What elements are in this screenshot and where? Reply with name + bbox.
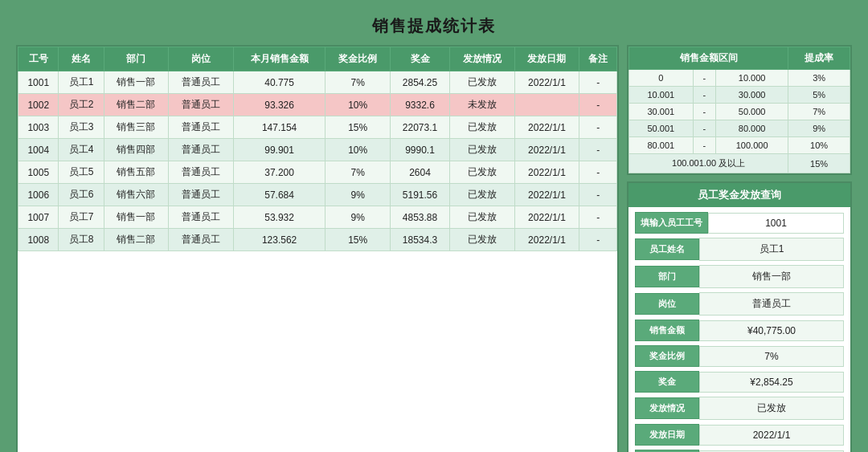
commission-row: 80.001-100.00010% [629,137,850,154]
query-label: 销售金额 [635,320,699,341]
query-value: 7% [699,346,844,367]
right-section: 销售金额区间 提成率 0-10.0003%10.001-30.0005%30.0… [627,45,852,452]
col-sales: 本月销售金额 [233,47,326,71]
table-cell: - [579,116,617,139]
query-row: 发放日期2022/1/1 [635,424,844,446]
table-cell: - [579,206,617,229]
table-cell: 1002 [18,94,59,116]
table-cell: 1007 [18,206,59,229]
commission-range-header: 销售金额区间 [629,47,788,70]
table-cell: 2022/1/1 [514,139,579,161]
commission-cell: 100.001.00 及以上 [629,154,788,173]
table-cell: 1005 [18,161,59,184]
table-cell: 已发放 [450,139,515,161]
table-cell: - [579,229,617,251]
query-row: 销售金额¥40,775.00 [635,320,844,341]
table-row: 1007员工7销售一部普通员工53.9329%4853.88已发放2022/1/… [18,206,617,229]
table-cell: - [579,139,617,161]
commission-row: 30.001-50.0007% [629,104,850,120]
query-label: 员工姓名 [635,238,699,260]
commission-cell-dash: - [693,70,715,87]
commission-row: 50.001-80.0009% [629,120,850,137]
table-row: 1008员工8销售二部普通员工123.56215%18534.3已发放2022/… [18,229,617,251]
table-cell: 普通员工 [169,94,234,116]
commission-cell-min: 80.001 [629,137,694,154]
commission-row: 100.001.00 及以上15% [629,154,850,173]
table-cell: 普通员工 [169,229,234,251]
col-status: 发放情况 [450,47,515,71]
table-cell: 9% [326,184,391,206]
commission-cell-max: 100.000 [716,137,788,154]
table-cell: 5191.56 [390,184,449,206]
commission-header-row: 销售金额区间 提成率 [629,47,850,70]
table-cell: 销售三部 [104,116,169,139]
table-cell: 普通员工 [169,184,234,206]
commission-table-container: 销售金额区间 提成率 0-10.0003%10.001-30.0005%30.0… [627,45,852,175]
table-cell: 10% [326,94,391,116]
table-cell: 已发放 [450,71,515,94]
query-value: ¥40,775.00 [699,320,844,341]
main-content: 工号 姓名 部门 岗位 本月销售金额 奖金比例 奖金 发放情况 发放日期 备注 … [16,45,852,452]
table-cell: 7% [326,71,391,94]
commission-table: 销售金额区间 提成率 0-10.0003%10.001-30.0005%30.0… [628,47,850,173]
query-body: 填输入员工工号1001员工姓名员工1部门销售一部岗位普通员工销售金额¥40,77… [628,207,850,452]
query-section: 员工奖金发放查询 填输入员工工号1001员工姓名员工1部门销售一部岗位普通员工销… [627,181,852,452]
table-cell: 已发放 [450,184,515,206]
table-cell: 57.684 [233,184,326,206]
table-cell: 2022/1/1 [514,116,579,139]
table-cell: 普通员工 [169,116,234,139]
query-value: ¥2,854.25 [699,372,844,393]
table-row: 1001员工1销售一部普通员工40.7757%2854.25已发放2022/1/… [18,71,617,94]
query-row: 奖金¥2,854.25 [635,371,844,393]
table-cell: 员工4 [59,139,104,161]
commission-cell-max: 80.000 [716,120,788,137]
col-note: 备注 [579,47,617,71]
table-cell: 1004 [18,139,59,161]
query-value: 员工1 [699,238,844,261]
table-body: 1001员工1销售一部普通员工40.7757%2854.25已发放2022/1/… [18,71,617,251]
table-cell: 销售一部 [104,71,169,94]
query-label: 填输入员工工号 [635,212,708,234]
query-value: 已发放 [699,397,844,420]
col-ratio: 奖金比例 [326,47,391,71]
query-value[interactable]: 1001 [708,213,844,234]
table-cell: 销售五部 [104,161,169,184]
table-cell: 销售二部 [104,94,169,116]
table-row: 1003员工3销售三部普通员工147.15415%22073.1已发放2022/… [18,116,617,139]
table-cell: 员工1 [59,71,104,94]
table-cell: 员工2 [59,94,104,116]
table-cell: 9332.6 [390,94,449,116]
query-value: 2022/1/1 [699,425,844,446]
commission-cell-max: 10.000 [716,70,788,87]
table-cell: 2022/1/1 [514,206,579,229]
query-row: 发放情况已发放 [635,397,844,420]
commission-cell-rate: 5% [788,87,850,104]
outer-container: 销售提成统计表 工号 姓名 部门 岗位 本月销售金额 奖金比例 奖金 发放情况 … [8,7,860,445]
table-cell: 已发放 [450,229,515,251]
table-cell: - [579,94,617,116]
table-cell: 53.932 [233,206,326,229]
col-bonus: 奖金 [390,47,449,71]
col-dept: 部门 [104,47,169,71]
table-cell: 1001 [18,71,59,94]
table-cell: 员工8 [59,229,104,251]
table-header-row: 工号 姓名 部门 岗位 本月销售金额 奖金比例 奖金 发放情况 发放日期 备注 [18,47,617,71]
commission-body: 0-10.0003%10.001-30.0005%30.001-50.0007%… [629,70,850,173]
commission-cell-rate: 15% [788,154,850,173]
table-row: 1004员工4销售四部普通员工99.90110%9990.1已发放2022/1/… [18,139,617,161]
table-cell: 15% [326,229,391,251]
col-pos: 岗位 [169,47,234,71]
table-cell: 22073.1 [390,116,449,139]
table-cell: 99.901 [233,139,326,161]
table-cell: 销售四部 [104,139,169,161]
query-row: 奖金比例7% [635,345,844,367]
commission-cell-dash: - [693,87,715,104]
table-cell: 已发放 [450,206,515,229]
table-cell: 员工7 [59,206,104,229]
table-cell: 员工3 [59,116,104,139]
table-cell: 销售六部 [104,184,169,206]
table-cell: 2022/1/1 [514,229,579,251]
commission-cell-max: 30.000 [716,87,788,104]
table-cell: 9990.1 [390,139,449,161]
table-cell: 40.775 [233,71,326,94]
